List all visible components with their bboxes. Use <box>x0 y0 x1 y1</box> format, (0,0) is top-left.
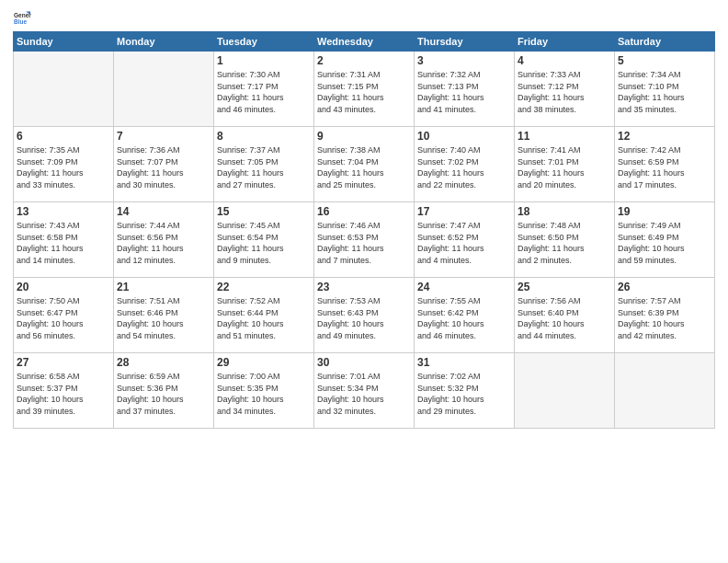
calendar-cell: 20Sunrise: 7:50 AM Sunset: 6:47 PM Dayli… <box>14 278 114 353</box>
calendar-cell: 6Sunrise: 7:35 AM Sunset: 7:09 PM Daylig… <box>14 127 114 202</box>
cell-info: Sunrise: 7:56 AM Sunset: 6:40 PM Dayligh… <box>518 295 611 341</box>
calendar-cell: 31Sunrise: 7:02 AM Sunset: 5:32 PM Dayli… <box>415 353 515 429</box>
calendar-cell: 3Sunrise: 7:32 AM Sunset: 7:13 PM Daylig… <box>415 52 515 127</box>
cell-info: Sunrise: 7:44 AM Sunset: 6:56 PM Dayligh… <box>117 220 210 266</box>
day-number: 4 <box>518 54 611 67</box>
logo: General Blue <box>13 9 31 28</box>
day-number: 27 <box>17 356 110 369</box>
cell-info: Sunrise: 7:51 AM Sunset: 6:46 PM Dayligh… <box>117 295 210 341</box>
day-number: 24 <box>417 281 511 293</box>
cell-info: Sunrise: 7:46 AM Sunset: 6:53 PM Dayligh… <box>317 220 411 266</box>
day-number: 22 <box>217 281 311 293</box>
calendar-cell <box>615 353 715 429</box>
calendar-cell: 11Sunrise: 7:41 AM Sunset: 7:01 PM Dayli… <box>515 127 615 202</box>
cell-info: Sunrise: 6:58 AM Sunset: 5:37 PM Dayligh… <box>17 371 110 417</box>
cell-info: Sunrise: 7:36 AM Sunset: 7:07 PM Dayligh… <box>117 144 210 190</box>
cell-info: Sunrise: 7:02 AM Sunset: 5:32 PM Dayligh… <box>417 371 511 417</box>
calendar-cell <box>114 52 214 127</box>
calendar-cell: 25Sunrise: 7:56 AM Sunset: 6:40 PM Dayli… <box>515 278 615 353</box>
cell-info: Sunrise: 7:49 AM Sunset: 6:49 PM Dayligh… <box>618 220 711 266</box>
day-number: 18 <box>518 205 611 218</box>
day-number: 1 <box>217 54 311 67</box>
calendar-cell: 21Sunrise: 7:51 AM Sunset: 6:46 PM Dayli… <box>114 278 214 353</box>
calendar-cell: 18Sunrise: 7:48 AM Sunset: 6:50 PM Dayli… <box>515 202 615 278</box>
calendar-cell: 4Sunrise: 7:33 AM Sunset: 7:12 PM Daylig… <box>515 52 615 127</box>
cell-info: Sunrise: 7:34 AM Sunset: 7:10 PM Dayligh… <box>618 69 711 115</box>
day-number: 21 <box>117 281 210 293</box>
calendar-cell: 14Sunrise: 7:44 AM Sunset: 6:56 PM Dayli… <box>114 202 214 278</box>
weekday-header-saturday: Saturday <box>615 32 715 52</box>
cell-info: Sunrise: 7:41 AM Sunset: 7:01 PM Dayligh… <box>518 144 611 190</box>
cell-info: Sunrise: 7:35 AM Sunset: 7:09 PM Dayligh… <box>17 144 110 190</box>
header-row: General Blue <box>13 9 715 28</box>
cell-info: Sunrise: 7:53 AM Sunset: 6:43 PM Dayligh… <box>317 295 411 341</box>
day-number: 12 <box>618 130 711 143</box>
logo-icon: General Blue <box>13 9 31 28</box>
cell-info: Sunrise: 7:42 AM Sunset: 6:59 PM Dayligh… <box>618 144 711 190</box>
calendar-table: SundayMondayTuesdayWednesdayThursdayFrid… <box>13 31 715 429</box>
cell-info: Sunrise: 7:33 AM Sunset: 7:12 PM Dayligh… <box>518 69 611 115</box>
day-number: 30 <box>317 356 411 369</box>
day-number: 28 <box>117 356 210 369</box>
weekday-header-wednesday: Wednesday <box>314 32 415 52</box>
calendar-cell: 9Sunrise: 7:38 AM Sunset: 7:04 PM Daylig… <box>314 127 415 202</box>
day-number: 6 <box>17 130 110 143</box>
cell-info: Sunrise: 7:47 AM Sunset: 6:52 PM Dayligh… <box>417 220 511 266</box>
day-number: 17 <box>417 205 511 218</box>
cell-info: Sunrise: 7:52 AM Sunset: 6:44 PM Dayligh… <box>217 295 311 341</box>
calendar-cell: 24Sunrise: 7:55 AM Sunset: 6:42 PM Dayli… <box>415 278 515 353</box>
day-number: 16 <box>317 205 411 218</box>
day-number: 19 <box>618 205 711 218</box>
cell-info: Sunrise: 7:43 AM Sunset: 6:58 PM Dayligh… <box>17 220 110 266</box>
day-number: 10 <box>417 130 511 143</box>
day-number: 8 <box>217 130 311 143</box>
day-number: 29 <box>217 356 311 369</box>
week-row-2: 6Sunrise: 7:35 AM Sunset: 7:09 PM Daylig… <box>14 127 715 202</box>
calendar-cell: 2Sunrise: 7:31 AM Sunset: 7:15 PM Daylig… <box>314 52 415 127</box>
week-row-1: 1Sunrise: 7:30 AM Sunset: 7:17 PM Daylig… <box>14 52 715 127</box>
day-number: 26 <box>618 281 711 293</box>
calendar-cell: 30Sunrise: 7:01 AM Sunset: 5:34 PM Dayli… <box>314 353 415 429</box>
cell-info: Sunrise: 7:57 AM Sunset: 6:39 PM Dayligh… <box>618 295 711 341</box>
weekday-header-thursday: Thursday <box>415 32 515 52</box>
cell-info: Sunrise: 7:38 AM Sunset: 7:04 PM Dayligh… <box>317 144 411 190</box>
cell-info: Sunrise: 7:37 AM Sunset: 7:05 PM Dayligh… <box>217 144 311 190</box>
cell-info: Sunrise: 7:45 AM Sunset: 6:54 PM Dayligh… <box>217 220 311 266</box>
day-number: 3 <box>417 54 511 67</box>
calendar-cell: 28Sunrise: 6:59 AM Sunset: 5:36 PM Dayli… <box>114 353 214 429</box>
calendar-cell: 26Sunrise: 7:57 AM Sunset: 6:39 PM Dayli… <box>615 278 715 353</box>
weekday-header-row: SundayMondayTuesdayWednesdayThursdayFrid… <box>14 32 715 52</box>
calendar-cell: 10Sunrise: 7:40 AM Sunset: 7:02 PM Dayli… <box>415 127 515 202</box>
calendar-cell: 15Sunrise: 7:45 AM Sunset: 6:54 PM Dayli… <box>214 202 314 278</box>
calendar-cell <box>515 353 615 429</box>
calendar-cell: 19Sunrise: 7:49 AM Sunset: 6:49 PM Dayli… <box>615 202 715 278</box>
calendar-cell: 16Sunrise: 7:46 AM Sunset: 6:53 PM Dayli… <box>314 202 415 278</box>
day-number: 13 <box>17 205 110 218</box>
calendar-cell: 5Sunrise: 7:34 AM Sunset: 7:10 PM Daylig… <box>615 52 715 127</box>
cell-info: Sunrise: 7:31 AM Sunset: 7:15 PM Dayligh… <box>317 69 411 115</box>
calendar-cell: 1Sunrise: 7:30 AM Sunset: 7:17 PM Daylig… <box>214 52 314 127</box>
cell-info: Sunrise: 6:59 AM Sunset: 5:36 PM Dayligh… <box>117 371 210 417</box>
calendar-cell: 13Sunrise: 7:43 AM Sunset: 6:58 PM Dayli… <box>14 202 114 278</box>
day-number: 7 <box>117 130 210 143</box>
calendar-cell: 17Sunrise: 7:47 AM Sunset: 6:52 PM Dayli… <box>415 202 515 278</box>
weekday-header-friday: Friday <box>515 32 615 52</box>
week-row-3: 13Sunrise: 7:43 AM Sunset: 6:58 PM Dayli… <box>14 202 715 278</box>
calendar-cell: 8Sunrise: 7:37 AM Sunset: 7:05 PM Daylig… <box>214 127 314 202</box>
day-number: 23 <box>317 281 411 293</box>
cell-info: Sunrise: 7:32 AM Sunset: 7:13 PM Dayligh… <box>417 69 511 115</box>
calendar-cell: 27Sunrise: 6:58 AM Sunset: 5:37 PM Dayli… <box>14 353 114 429</box>
main-container: General Blue SundayMondayTuesdayWednesda… <box>0 0 728 436</box>
svg-text:Blue: Blue <box>14 18 27 25</box>
day-number: 5 <box>618 54 711 67</box>
cell-info: Sunrise: 7:55 AM Sunset: 6:42 PM Dayligh… <box>417 295 511 341</box>
weekday-header-tuesday: Tuesday <box>214 32 314 52</box>
day-number: 14 <box>117 205 210 218</box>
cell-info: Sunrise: 7:01 AM Sunset: 5:34 PM Dayligh… <box>317 371 411 417</box>
day-number: 15 <box>217 205 311 218</box>
cell-info: Sunrise: 7:00 AM Sunset: 5:35 PM Dayligh… <box>217 371 311 417</box>
cell-info: Sunrise: 7:40 AM Sunset: 7:02 PM Dayligh… <box>417 144 511 190</box>
cell-info: Sunrise: 7:48 AM Sunset: 6:50 PM Dayligh… <box>518 220 611 266</box>
day-number: 25 <box>518 281 611 293</box>
day-number: 31 <box>417 356 511 369</box>
